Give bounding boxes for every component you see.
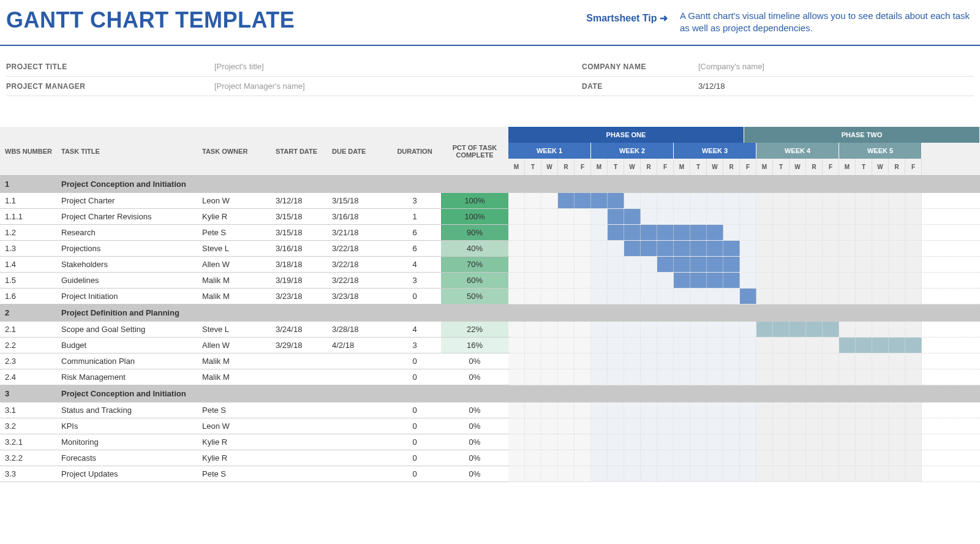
cell-title[interactable]: Budget (61, 341, 202, 350)
gantt-cell[interactable] (674, 402, 690, 418)
gantt-cell[interactable] (525, 369, 541, 385)
gantt-cell[interactable] (756, 434, 773, 450)
cell-start[interactable]: 3/15/18 (276, 212, 332, 221)
gantt-cell[interactable] (690, 322, 707, 337)
gantt-cell[interactable] (624, 193, 641, 208)
gantt-cell[interactable] (707, 369, 723, 385)
gantt-cell[interactable] (740, 225, 756, 240)
gantt-cell[interactable] (905, 209, 922, 224)
gantt-cell[interactable] (690, 273, 707, 288)
gantt-cell[interactable] (690, 289, 707, 304)
cell-owner[interactable]: Pete S (202, 469, 276, 478)
cell-wbs[interactable]: 1.1 (0, 196, 61, 205)
gantt-cell[interactable] (806, 450, 823, 466)
gantt-cell[interactable] (773, 241, 790, 256)
gantt-cell[interactable] (608, 338, 624, 353)
gantt-cell[interactable] (872, 322, 889, 337)
gantt-cell[interactable] (575, 434, 591, 450)
gantt-cell[interactable] (657, 225, 674, 240)
gantt-cell[interactable] (856, 257, 872, 272)
cell-title[interactable]: Project Charter (61, 196, 202, 205)
cell-start[interactable]: 3/19/18 (276, 276, 332, 285)
cell-start[interactable]: 3/23/18 (276, 292, 332, 301)
gantt-cell[interactable] (624, 466, 641, 482)
cell-title[interactable]: Project Definition and Planning (61, 308, 202, 317)
task-row[interactable]: 2.3Communication PlanMalik M00% (0, 353, 508, 369)
gantt-cell[interactable] (624, 418, 641, 434)
gantt-cell[interactable] (905, 418, 922, 434)
gantt-cell[interactable] (790, 241, 806, 256)
gantt-cell[interactable] (541, 257, 558, 272)
project-title-input[interactable]: [Project's title] (214, 62, 264, 71)
cell-wbs[interactable]: 3.2.2 (0, 453, 61, 463)
gantt-cell[interactable] (756, 241, 773, 256)
gantt-cell[interactable] (839, 353, 856, 369)
gantt-cell[interactable] (575, 369, 591, 385)
gantt-cell[interactable] (707, 434, 723, 450)
gantt-cell[interactable] (575, 257, 591, 272)
gantt-cell[interactable] (525, 225, 541, 240)
gantt-cell[interactable] (591, 450, 608, 466)
gantt-cell[interactable] (608, 353, 624, 369)
gantt-cell[interactable] (723, 257, 740, 272)
gantt-cell[interactable] (756, 225, 773, 240)
gantt-cell[interactable] (856, 434, 872, 450)
gantt-cell[interactable] (905, 450, 922, 466)
gantt-cell[interactable] (641, 338, 657, 353)
gantt-cell[interactable] (773, 193, 790, 208)
gantt-cell[interactable] (657, 322, 674, 337)
gantt-cell[interactable] (674, 418, 690, 434)
cell-start[interactable]: 3/29/18 (276, 341, 332, 350)
gantt-cell[interactable] (889, 273, 905, 288)
gantt-cell[interactable] (723, 322, 740, 337)
gantt-cell[interactable] (641, 466, 657, 482)
cell-owner[interactable]: Steve L (202, 244, 276, 253)
cell-wbs[interactable]: 2.2 (0, 341, 61, 350)
gantt-cell[interactable] (790, 322, 806, 337)
gantt-cell[interactable] (508, 322, 525, 337)
gantt-cell[interactable] (657, 418, 674, 434)
gantt-cell[interactable] (558, 418, 575, 434)
cell-pct[interactable]: 90% (441, 225, 508, 240)
gantt-cell[interactable] (657, 466, 674, 482)
gantt-cell[interactable] (657, 450, 674, 466)
gantt-cell[interactable] (541, 193, 558, 208)
gantt-cell[interactable] (790, 466, 806, 482)
cell-wbs[interactable]: 2 (0, 308, 61, 317)
gantt-cell[interactable] (508, 241, 525, 256)
cell-duration[interactable]: 3 (388, 196, 441, 205)
gantt-cell[interactable] (872, 289, 889, 304)
cell-duration[interactable]: 0 (388, 357, 441, 366)
task-row[interactable]: 3.2.2ForecastsKylie R00% (0, 450, 508, 466)
task-row[interactable]: 3.1Status and TrackingPete S00% (0, 402, 508, 418)
cell-wbs[interactable]: 1.4 (0, 260, 61, 269)
gantt-cell[interactable] (723, 418, 740, 434)
cell-owner[interactable]: Malik M (202, 357, 276, 366)
cell-wbs[interactable]: 2.1 (0, 325, 61, 334)
gantt-cell[interactable] (790, 402, 806, 418)
gantt-cell[interactable] (657, 402, 674, 418)
gantt-cell[interactable] (740, 450, 756, 466)
gantt-cell[interactable] (508, 209, 525, 224)
gantt-cell[interactable] (541, 402, 558, 418)
gantt-cell[interactable] (525, 257, 541, 272)
cell-owner[interactable]: Steve L (202, 325, 276, 334)
gantt-cell[interactable] (608, 402, 624, 418)
gantt-cell[interactable] (591, 193, 608, 208)
gantt-cell[interactable] (591, 466, 608, 482)
gantt-cell[interactable] (756, 273, 773, 288)
task-row[interactable]: 1.3ProjectionsSteve L3/16/183/22/18640% (0, 241, 508, 257)
gantt-cell[interactable] (690, 209, 707, 224)
gantt-cell[interactable] (641, 241, 657, 256)
gantt-cell[interactable] (806, 369, 823, 385)
gantt-cell[interactable] (740, 209, 756, 224)
cell-title[interactable]: Status and Tracking (61, 406, 202, 415)
gantt-cell[interactable] (608, 273, 624, 288)
gantt-cell[interactable] (889, 466, 905, 482)
gantt-cell[interactable] (525, 466, 541, 482)
gantt-cell[interactable] (905, 322, 922, 337)
gantt-cell[interactable] (889, 353, 905, 369)
gantt-cell[interactable] (856, 402, 872, 418)
gantt-cell[interactable] (641, 257, 657, 272)
smartsheet-tip-link[interactable]: Smartsheet Tip ➜ (586, 7, 668, 24)
